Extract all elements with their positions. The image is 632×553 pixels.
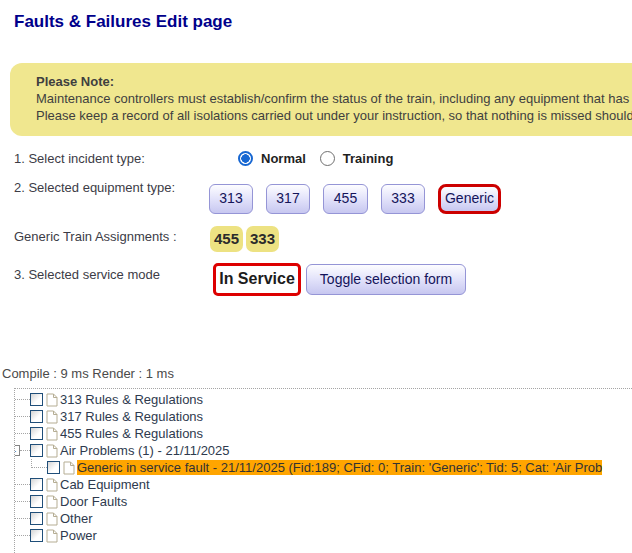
document-icon (46, 393, 58, 407)
page-title: Faults & Failures Edit page (14, 12, 232, 32)
checkbox[interactable] (30, 410, 43, 423)
checkbox[interactable] (30, 478, 43, 491)
tree-connector (15, 501, 30, 502)
incident-type-label: 1. Select incident type: (14, 151, 145, 166)
compile-render-stats: Compile : 9 ms Render : 1 ms (2, 366, 174, 381)
toggle-selection-form-button[interactable]: Toggle selection form (306, 264, 466, 295)
equipment-button-313[interactable]: 313 (209, 184, 253, 214)
service-mode-label: 3. Selected service mode (14, 267, 160, 282)
checkbox[interactable] (47, 461, 60, 474)
checkbox[interactable] (30, 512, 43, 525)
document-icon (46, 478, 58, 492)
note-line-2: Please keep a record of all isolations c… (36, 107, 632, 124)
tree-row: 455 Rules & Regulations (15, 425, 632, 442)
tree-item-label[interactable]: Cab Equipment (60, 477, 150, 492)
equipment-button-generic[interactable]: Generic (438, 184, 501, 214)
assignment-badge-333: 333 (246, 226, 279, 252)
tree-row: 317 Rules & Regulations (15, 408, 632, 425)
document-icon (46, 529, 58, 543)
checkbox[interactable] (30, 427, 43, 440)
equipment-button-317[interactable]: 317 (266, 184, 310, 214)
equipment-button-455[interactable]: 455 (323, 184, 368, 214)
tree-item-label[interactable]: Other (60, 511, 93, 526)
in-service-button[interactable]: In Service (213, 263, 301, 296)
tree-connector (20, 450, 30, 451)
tree-connector (15, 484, 30, 485)
document-icon (46, 512, 58, 526)
radio-training[interactable] (320, 151, 335, 166)
tree-connector (15, 399, 30, 400)
document-icon (46, 495, 58, 509)
note-heading: Please Note: (36, 73, 632, 90)
tree-item-label[interactable]: 313 Rules & Regulations (60, 392, 203, 407)
tree-connector (31, 459, 47, 476)
document-icon (46, 444, 58, 458)
tree-connector (15, 518, 30, 519)
tree-row: Door Faults (15, 493, 632, 510)
checkbox[interactable] (30, 393, 43, 406)
note-line-1: Maintenance controllers must establish/c… (36, 90, 632, 107)
tree-row: 313 Rules & Regulations (15, 391, 632, 408)
tree-item-label[interactable]: Air Problems (1) - 21/11/2025 (60, 443, 230, 458)
radio-normal[interactable] (238, 151, 253, 166)
tree-row: Cab Equipment (15, 476, 632, 493)
incident-type-radio-group: Normal Training (238, 151, 399, 166)
tree-row: Power (15, 527, 632, 544)
fault-tree: 313 Rules & Regulations 317 Rules & Regu… (14, 388, 632, 553)
assignments-label: Generic Train Assignments : (14, 229, 177, 244)
note-panel: Please Note: Maintenance controllers mus… (10, 63, 632, 136)
document-icon (46, 427, 58, 441)
document-icon (46, 410, 58, 424)
tree-row: Generic in service fault - 21/11/2025 (F… (15, 459, 632, 476)
checkbox[interactable] (30, 495, 43, 508)
radio-training-label: Training (343, 151, 394, 166)
checkbox[interactable] (30, 444, 43, 457)
tree-item-label-selected[interactable]: Generic in service fault - 21/11/2025 (F… (77, 460, 602, 475)
assignment-badge-455: 455 (210, 226, 243, 252)
tree-item-label[interactable]: Door Faults (60, 494, 127, 509)
tree-connector (15, 416, 30, 417)
tree-connector (15, 535, 30, 536)
tree-row: - Air Problems (1) - 21/11/2025 (15, 442, 632, 459)
tree-connector (15, 433, 30, 434)
tree-row: Other (15, 510, 632, 527)
checkbox[interactable] (30, 529, 43, 542)
equipment-button-333[interactable]: 333 (381, 184, 425, 214)
tree-item-label[interactable]: 455 Rules & Regulations (60, 426, 203, 441)
equipment-type-label: 2. Selected equipment type: (14, 180, 175, 195)
radio-normal-label: Normal (261, 151, 306, 166)
tree-item-label[interactable]: 317 Rules & Regulations (60, 409, 203, 424)
document-icon (63, 461, 75, 475)
tree-item-label[interactable]: Power (60, 528, 97, 543)
